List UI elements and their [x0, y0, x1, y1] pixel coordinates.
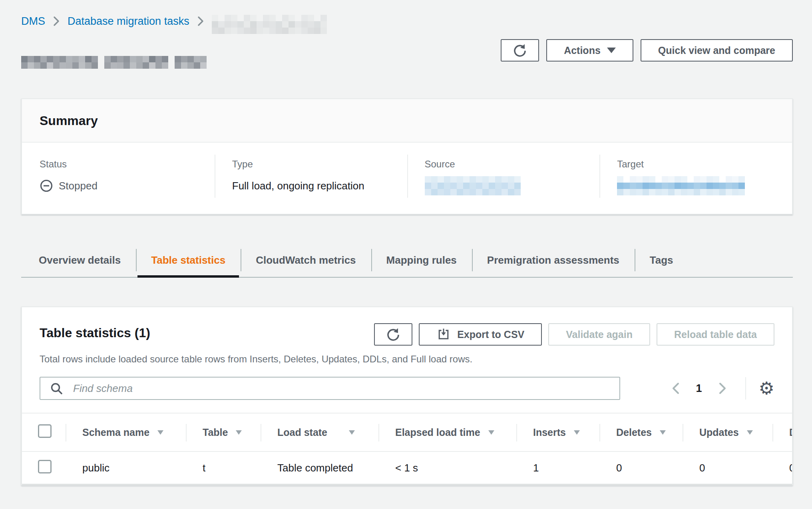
source-label: Source [425, 159, 582, 170]
table-header-row: Schema name Table Load state Elapsed loa… [22, 413, 793, 451]
export-csv-button[interactable]: Export to CSV [419, 323, 542, 346]
cell-table: t [186, 451, 261, 484]
table-preferences-button[interactable]: ⚙ [749, 380, 774, 397]
dms-task-detail-page: DMS Database migration tasks Actions Qui… [0, 0, 812, 509]
chevron-right-icon [197, 16, 204, 26]
sort-icon [746, 429, 754, 435]
status-value: Stopped [40, 176, 197, 195]
reload-table-data-label: Reload table data [674, 329, 757, 340]
table-filter-row: 1 ⚙ [22, 365, 792, 413]
schema-search [40, 377, 620, 400]
export-csv-label: Export to CSV [457, 329, 524, 340]
column-label: Schema name [82, 427, 149, 438]
summary-panel-header: Summary [22, 99, 792, 143]
download-icon [436, 327, 451, 342]
column-header-table[interactable]: Table [186, 413, 261, 451]
cell-load-state: Table completed [261, 451, 378, 484]
select-all-header-cell [22, 413, 66, 451]
refresh-button[interactable] [501, 39, 539, 62]
reload-table-data-button[interactable]: Reload table data [657, 323, 774, 346]
breadcrumb: DMS Database migration tasks [21, 11, 812, 31]
column-header-ddls[interactable]: DDLs [772, 413, 793, 451]
chevron-left-icon [671, 382, 680, 395]
cell-ddls: 0 [772, 451, 793, 484]
pagination-next-button[interactable] [709, 382, 736, 395]
breadcrumb-current-redacted [212, 15, 327, 34]
page-title-redacted [21, 50, 207, 69]
sort-icon [573, 429, 581, 435]
quick-view-label: Quick view and compare [658, 45, 775, 56]
tab-cloudwatch-metrics[interactable]: CloudWatch metrics [241, 243, 371, 277]
column-header-updates[interactable]: Updates [683, 413, 772, 451]
summary-field-type: Type Full load, ongoing replication [215, 159, 407, 195]
column-label: Updates [699, 427, 739, 438]
column-header-load-state[interactable]: Load state [261, 413, 378, 451]
column-label: DDLs [789, 427, 793, 438]
tab-overview-details[interactable]: Overview details [21, 243, 136, 277]
summary-title: Summary [40, 113, 774, 128]
table-statistics-panel: Table statistics (1) Export to CSV Valid… [21, 306, 793, 485]
column-header-deletes[interactable]: Deletes [599, 413, 683, 451]
target-redaction [617, 176, 745, 195]
sort-icon [348, 429, 356, 435]
column-label: Inserts [533, 427, 566, 438]
sort-icon [157, 429, 164, 435]
column-label: Load state [277, 427, 327, 438]
table-statistics-description: Total rows include loaded source table r… [22, 346, 792, 365]
validate-again-label: Validate again [566, 329, 633, 340]
table-row: public t Table completed < 1 s 1 0 0 0 [22, 451, 793, 484]
cell-deletes: 0 [599, 451, 683, 484]
chevron-right-icon [718, 382, 727, 395]
column-header-inserts[interactable]: Inserts [516, 413, 599, 451]
summary-field-source: Source [407, 159, 600, 195]
target-label: Target [617, 159, 774, 170]
select-all-checkbox[interactable] [38, 424, 52, 438]
status-text: Stopped [59, 180, 98, 192]
table-statistics-table: Schema name Table Load state Elapsed loa… [22, 413, 793, 485]
sort-icon [235, 429, 243, 435]
summary-field-target: Target [599, 159, 792, 195]
type-label: Type [232, 159, 390, 170]
task-detail-tabs: Overview details Table statistics CloudW… [21, 243, 793, 278]
page-header: Actions Quick view and compare [21, 39, 793, 69]
cell-inserts: 1 [516, 451, 599, 484]
pagination-prev-button[interactable] [663, 382, 689, 395]
sort-icon [488, 429, 495, 435]
column-label: Elapsed load time [395, 427, 480, 438]
sort-icon [659, 429, 667, 435]
column-label: Deletes [616, 427, 652, 438]
breadcrumb-link-dms[interactable]: DMS [21, 15, 45, 28]
summary-field-status: Status Stopped [22, 159, 215, 195]
column-header-elapsed-load-time[interactable]: Elapsed load time [378, 413, 516, 451]
target-value-redacted-link[interactable] [617, 176, 774, 195]
cell-schema-name: public [66, 451, 186, 484]
cell-updates: 0 [683, 451, 772, 484]
actions-dropdown-button[interactable]: Actions [546, 39, 633, 62]
pagination: 1 ⚙ [663, 377, 774, 400]
refresh-icon [385, 326, 401, 342]
column-header-schema-name[interactable]: Schema name [66, 413, 186, 451]
row-select-cell [22, 451, 66, 484]
divider [745, 377, 746, 400]
actions-label: Actions [564, 45, 601, 56]
pagination-current-page[interactable]: 1 [689, 382, 709, 395]
tab-tags[interactable]: Tags [635, 243, 689, 277]
tab-premigration-assessments[interactable]: Premigration assessments [472, 243, 635, 277]
tab-table-statistics[interactable]: Table statistics [136, 243, 241, 277]
caret-down-icon [607, 48, 616, 53]
breadcrumb-link-tasks[interactable]: Database migration tasks [68, 15, 189, 28]
validate-again-button[interactable]: Validate again [548, 323, 650, 346]
refresh-icon [512, 42, 528, 58]
table-statistics-header: Table statistics (1) Export to CSV Valid… [22, 307, 792, 346]
table-statistics-title: Table statistics (1) [40, 323, 150, 340]
find-schema-input[interactable] [40, 377, 620, 400]
source-value-redacted-link[interactable] [425, 176, 582, 195]
tab-mapping-rules[interactable]: Mapping rules [371, 243, 472, 277]
status-label: Status [40, 159, 197, 170]
table-refresh-button[interactable] [374, 323, 412, 346]
settings-gear-icon: ⚙ [759, 380, 774, 397]
column-label: Table [203, 427, 228, 438]
row-checkbox[interactable] [38, 460, 52, 473]
table-statistics-actions: Export to CSV Validate again Reload tabl… [374, 323, 774, 346]
quick-view-compare-button[interactable]: Quick view and compare [641, 39, 793, 62]
